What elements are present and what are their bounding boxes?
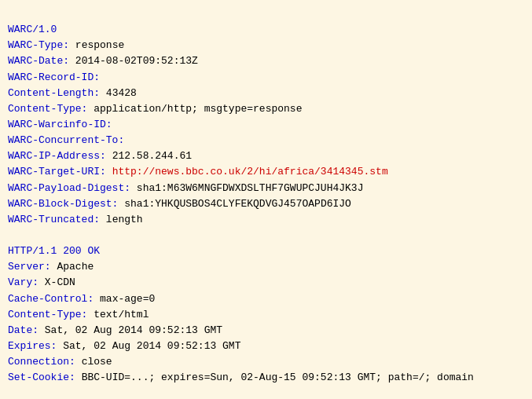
code-line: Content-Type: application/http; msgtype=… [8,101,524,117]
code-line: Content-Length: 43428 [8,86,524,101]
code-line [8,228,524,243]
code-line: Set-Cookie: BBC-UID=...; expires=Sun, 02… [8,370,524,386]
code-line: Expires: Sat, 02 Aug 2014 09:52:13 GMT [8,339,524,354]
code-line: WARC-Payload-Digest: sha1:M63W6MNGFDWXDS… [8,181,524,196]
code-line: Date: Sat, 02 Aug 2014 09:52:13 GMT [8,323,524,339]
code-line: Connection: close [8,354,524,370]
code-line: Content-Type: text/html [8,307,524,323]
code-line: WARC-Target-URI: http://news.bbc.co.uk/2… [8,164,524,180]
code-line: WARC-Concurrent-To: [8,133,524,148]
code-line: WARC/1.0 [8,22,524,38]
code-line: HTTP/1.1 200 OK [8,243,524,259]
code-line: WARC-Truncated: length [8,212,524,228]
code-line: WARC-IP-Address: 212.58.244.61 [8,148,524,164]
code-line [8,386,524,399]
code-line: Cache-Control: max-age=0 [8,291,524,307]
code-line: WARC-Block-Digest: sha1:YHKQUSBOS4CLYFEK… [8,196,524,212]
code-line: Vary: X-CDN [8,275,524,291]
code-line: WARC-Date: 2014-08-02T09:52:13Z [8,53,524,69]
code-line: WARC-Warcinfo-ID: [8,117,524,133]
code-viewer: WARC/1.0WARC-Type: responseWARC-Date: 20… [8,6,524,399]
code-line: WARC-Record-ID: [8,70,524,86]
code-line: WARC-Type: response [8,38,524,53]
code-line: Server: Apache [8,259,524,275]
